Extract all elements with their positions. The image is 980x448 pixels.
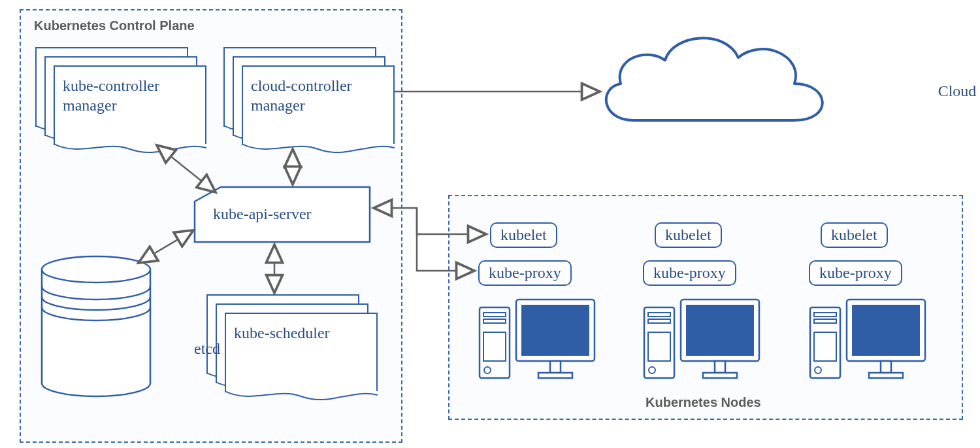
- svg-rect-12: [521, 305, 589, 356]
- svg-rect-32: [869, 373, 903, 378]
- kube-api-server-label: kube-api-server: [213, 205, 312, 223]
- control-plane-title: Kubernetes Control Plane: [34, 18, 195, 33]
- node3-computer-icon: [806, 293, 930, 387]
- node1-kubeproxy-pill: kube-proxy: [478, 260, 572, 286]
- cloud-controller-manager-box: cloud-controller manager: [223, 47, 374, 139]
- etcd-cylinder: etcd: [41, 255, 152, 392]
- kube-controller-manager-label: kube-controller manager: [63, 76, 159, 115]
- svg-rect-22: [715, 361, 725, 373]
- node1-kubelet-pill: kubelet: [490, 222, 557, 248]
- svg-rect-21: [686, 305, 754, 356]
- svg-rect-2: [42, 269, 150, 383]
- cloud-box: Cloud: [595, 22, 836, 133]
- svg-point-5: [42, 256, 150, 283]
- svg-rect-31: [881, 361, 891, 373]
- node3-kubelet-pill: kubelet: [821, 222, 888, 248]
- node2-kubeproxy-pill: kube-proxy: [643, 260, 736, 286]
- kube-api-server-box: kube-api-server: [193, 186, 371, 246]
- node3-kubeproxy-pill: kube-proxy: [809, 260, 902, 286]
- kube-controller-manager-box: kube-controller manager: [35, 47, 186, 139]
- cloud-label: Cloud: [836, 82, 980, 100]
- svg-rect-23: [703, 373, 737, 378]
- svg-rect-14: [538, 373, 572, 378]
- node2-computer-icon: [640, 293, 764, 387]
- cloud-controller-manager-label: cloud-controller manager: [251, 76, 352, 115]
- svg-rect-13: [550, 361, 561, 373]
- svg-rect-30: [852, 305, 920, 356]
- node2-kubelet-pill: kubelet: [655, 222, 722, 248]
- etcd-label: etcd: [152, 340, 263, 358]
- nodes-panel-title: Kubernetes Nodes: [645, 395, 761, 410]
- node1-computer-icon: [476, 293, 600, 387]
